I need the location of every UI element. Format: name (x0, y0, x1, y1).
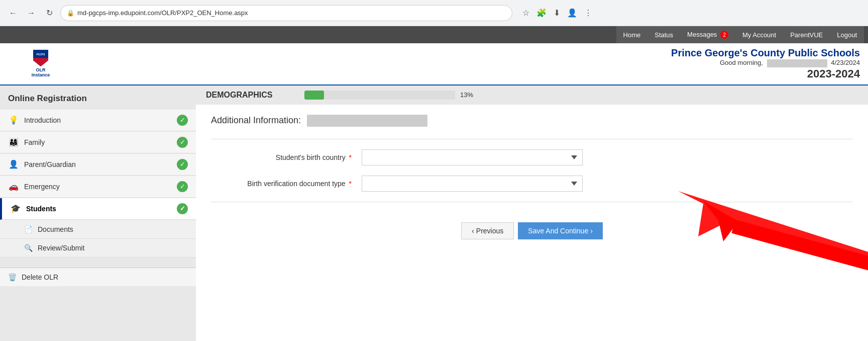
parent-guardian-icon: 👤 (8, 159, 19, 170)
header-right: Prince George's County Public Schools Go… (88, 47, 860, 80)
sidebar-label-delete-olr: Delete OLR (22, 273, 58, 281)
browser-bar: ← → ↻ 🔒 md-pgcps-imp.edupoint.com/OLR/PX… (0, 0, 868, 26)
address-bar[interactable]: 🔒 md-pgcps-imp.edupoint.com/OLR/PXP2_OEN… (60, 5, 512, 21)
save-and-continue-button[interactable]: Save And Continue › (518, 222, 603, 239)
greeting-text: Good morning, (720, 59, 763, 66)
sidebar-label-documents: Documents (38, 225, 73, 233)
introduction-icon: 💡 (8, 115, 19, 126)
birth-country-select[interactable] (362, 149, 583, 165)
header: PGCPS OLRInstance Prince George's County… (0, 43, 868, 86)
section-header: DEMOGRAPHICS 13% (196, 86, 868, 105)
svg-marker-1 (33, 58, 48, 66)
delete-icon: 🗑️ (8, 273, 17, 281)
students-check: ✓ (177, 203, 188, 214)
parent-guardian-check: ✓ (177, 159, 188, 170)
save-continue-label: Save And Continue (528, 227, 588, 235)
sidebar-label-parent-guardian: Parent/Guardian (24, 160, 172, 168)
svg-text:PGCPS: PGCPS (37, 53, 46, 56)
forward-button[interactable]: → (24, 6, 38, 20)
nav-status[interactable]: Status (647, 26, 680, 43)
nav-messages[interactable]: Messages 2 (680, 26, 735, 43)
buttons-row: ‹ Previous Save And Continue › (211, 212, 853, 249)
top-navigation: Home Status Messages 2 My Account Parent… (0, 26, 868, 43)
nav-my-account[interactable]: My Account (735, 26, 783, 43)
sidebar-label-review-submit: Review/Submit (38, 244, 84, 252)
reload-button[interactable]: ↻ (42, 6, 56, 20)
nav-logout[interactable]: Logout (830, 26, 864, 43)
progress-bar-wrapper: 13% (304, 91, 858, 100)
main-layout: Online Registration 💡 Introduction ✓ 👨‍👩… (0, 86, 868, 341)
school-year: 2023-2024 (88, 67, 860, 80)
documents-icon: 📄 (24, 225, 33, 233)
browser-actions: ☆ 🧩 ⬇ 👤 ⋮ (520, 6, 594, 20)
header-date: 4/23/2024 (831, 59, 860, 66)
family-icon: 👨‍👩‍👧 (8, 137, 19, 148)
extensions-button[interactable]: 🧩 (534, 6, 549, 20)
user-name-masked (767, 59, 827, 67)
bookmark-button[interactable]: ☆ (520, 6, 531, 20)
family-check: ✓ (177, 137, 188, 148)
previous-chevron-icon: ‹ (472, 227, 474, 235)
messages-badge: 2 (720, 31, 728, 39)
school-subtitle: Good morning, 4/23/2024 (88, 59, 860, 67)
logo-text: OLRInstance (32, 67, 50, 77)
logo: PGCPS OLRInstance (8, 50, 73, 77)
logo-area: PGCPS OLRInstance (8, 50, 88, 77)
sidebar-item-students[interactable]: 🎓 Students ✓ (0, 198, 196, 220)
birth-verification-row: Birth verification document type * (211, 176, 853, 192)
form-content: Additional Information: Student's birth … (196, 105, 868, 260)
birth-country-row: Student's birth country * (211, 149, 853, 165)
back-button[interactable]: ← (6, 6, 20, 20)
nav-parentvue[interactable]: ParentVUE (783, 26, 830, 43)
sidebar-item-delete-olr[interactable]: 🗑️ Delete OLR (0, 268, 196, 286)
introduction-check: ✓ (177, 115, 188, 126)
sidebar-footer: 🗑️ Delete OLR (0, 268, 196, 286)
sidebar-item-family[interactable]: 👨‍👩‍👧 Family ✓ (0, 132, 196, 153)
additional-info-label: Additional Information: (211, 115, 301, 126)
sidebar: Online Registration 💡 Introduction ✓ 👨‍👩… (0, 86, 196, 341)
previous-button[interactable]: ‹ Previous (461, 222, 514, 239)
sidebar-item-emergency[interactable]: 🚗 Emergency ✓ (0, 176, 196, 198)
sidebar-label-introduction: Introduction (24, 116, 172, 124)
birth-country-label: Student's birth country * (211, 153, 352, 161)
birth-verification-required: * (349, 180, 352, 188)
progress-bar-fill (304, 91, 324, 100)
sidebar-item-parent-guardian[interactable]: 👤 Parent/Guardian ✓ (0, 154, 196, 176)
progress-bar-background (304, 91, 455, 100)
birth-verification-select[interactable] (362, 176, 583, 192)
additional-info-value-masked (307, 115, 427, 127)
content-area: DEMOGRAPHICS 13% Additional Information:… (196, 86, 868, 341)
menu-button[interactable]: ⋮ (582, 6, 594, 20)
school-name: Prince George's County Public Schools (88, 47, 860, 59)
url-text: md-pgcps-imp.edupoint.com/OLR/PXP2_OEN_H… (77, 9, 248, 17)
downloads-button[interactable]: ⬇ (552, 6, 562, 20)
section-title: DEMOGRAPHICS (206, 91, 296, 100)
form-divider (211, 139, 853, 139)
sidebar-item-review-submit[interactable]: 🔍 Review/Submit (0, 239, 196, 258)
sidebar-item-documents[interactable]: 📄 Documents (0, 220, 196, 239)
lock-icon: 🔒 (67, 10, 74, 17)
sidebar-title: Online Registration (0, 94, 196, 110)
birth-verification-label: Birth verification document type * (211, 180, 352, 188)
emergency-icon: 🚗 (8, 181, 19, 192)
additional-info-row: Additional Information: (211, 115, 853, 127)
nav-home[interactable]: Home (616, 26, 648, 43)
sidebar-label-emergency: Emergency (24, 183, 172, 191)
progress-percent-label: 13% (460, 91, 473, 99)
previous-label: Previous (476, 227, 503, 235)
sidebar-label-students: Students (26, 205, 172, 213)
profile-button[interactable]: 👤 (565, 6, 579, 20)
save-continue-chevron-icon: › (590, 227, 593, 235)
sidebar-label-family: Family (24, 138, 172, 146)
form-divider-2 (211, 202, 853, 202)
students-icon: 🎓 (10, 203, 21, 214)
birth-country-required: * (349, 153, 352, 161)
logo-svg: PGCPS (26, 50, 56, 66)
sidebar-item-introduction[interactable]: 💡 Introduction ✓ (0, 110, 196, 131)
emergency-check: ✓ (177, 181, 188, 192)
review-submit-icon: 🔍 (24, 244, 33, 252)
